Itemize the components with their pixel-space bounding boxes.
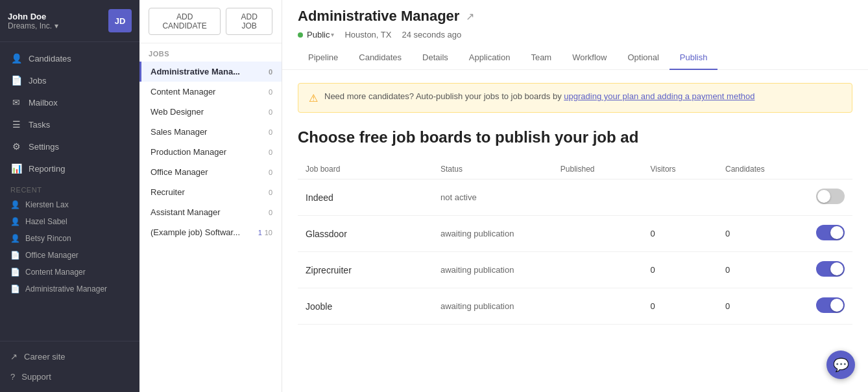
- job-list-item-office-manager[interactable]: Office Manager 0: [139, 162, 282, 182]
- sidebar-item-label: Jobs: [29, 76, 46, 86]
- chat-icon: 💬: [833, 357, 849, 373]
- sidebar-item-label: Candidates: [29, 54, 71, 63]
- job-list-item-content-manager[interactable]: Content Manager 0: [139, 82, 282, 102]
- board-status: awaiting publication: [440, 265, 514, 275]
- board-visitors: 0: [642, 216, 717, 252]
- job-list-item-example-job[interactable]: (Example job) Softwar... 1 10: [139, 222, 282, 242]
- mailbox-icon: ✉: [10, 97, 22, 108]
- sidebar-career-site[interactable]: ↗ Career site: [0, 347, 139, 367]
- sidebar-company[interactable]: Dreams, Inc. ▾: [8, 21, 58, 30]
- job-list-toolbar: ADD CANDIDATE ADD JOB: [139, 0, 282, 43]
- sidebar-recent-admin-mgr[interactable]: 📄 Administrative Manager: [0, 281, 139, 297]
- sidebar-item-reporting[interactable]: 📊 Reporting: [0, 157, 139, 179]
- sidebar-support[interactable]: ? Support: [0, 367, 139, 387]
- tab-application[interactable]: Application: [459, 46, 521, 70]
- warning-icon: ⚠: [309, 92, 318, 104]
- sidebar-item-label: Tasks: [29, 120, 50, 130]
- doc-icon: 📄: [10, 251, 20, 260]
- chat-fab-button[interactable]: 💬: [826, 351, 855, 379]
- col-header-visitors: Visitors: [642, 159, 717, 179]
- doc-icon: 📄: [10, 284, 20, 294]
- job-meta: Public ▾ Houston, TX 24 seconds ago: [298, 30, 852, 46]
- add-job-button[interactable]: ADD JOB: [226, 8, 272, 35]
- main-header: Administrative Manager ↗ Public ▾ Housto…: [282, 0, 868, 70]
- job-list-item-assistant-manager[interactable]: Assistant Manager 0: [139, 202, 282, 222]
- sidebar-item-label: Mailbox: [29, 98, 58, 108]
- tab-team[interactable]: Team: [520, 46, 562, 70]
- table-header: Job board Status Published Visitors Cand…: [298, 159, 852, 179]
- sidebar-item-tasks[interactable]: ☰ Tasks: [0, 113, 139, 135]
- alert-text: Need more candidates? Auto-publish your …: [324, 91, 754, 101]
- board-toggle-indeed[interactable]: [816, 189, 845, 204]
- col-header-board: Job board: [298, 159, 433, 179]
- share-icon[interactable]: ↗: [466, 10, 474, 23]
- job-boards-table: Job board Status Published Visitors Cand…: [298, 159, 852, 325]
- board-toggle-glassdoor[interactable]: [816, 225, 845, 240]
- sidebar-recent-office-mgr[interactable]: 📄 Office Manager: [0, 247, 139, 264]
- sidebar-recent-content-mgr[interactable]: 📄 Content Manager: [0, 264, 139, 281]
- tab-candidates[interactable]: Candidates: [348, 46, 412, 70]
- publish-heading: Choose free job boards to publish your j…: [298, 128, 852, 146]
- board-status: not active: [440, 192, 477, 202]
- tab-details[interactable]: Details: [412, 46, 459, 70]
- add-candidate-button[interactable]: ADD CANDIDATE: [149, 8, 221, 35]
- sidebar-bottom: ↗ Career site ? Support: [0, 341, 139, 392]
- sidebar: John Doe Dreams, Inc. ▾ JD 👤 Candidates …: [0, 0, 139, 392]
- sidebar-item-candidates[interactable]: 👤 Candidates: [0, 47, 139, 69]
- tab-pipeline[interactable]: Pipeline: [298, 46, 348, 70]
- col-header-published: Published: [553, 159, 643, 179]
- col-header-toggle: [793, 159, 852, 179]
- sidebar-item-settings[interactable]: ⚙ Settings: [0, 135, 139, 157]
- job-list-item-admin-manager[interactable]: Administrative Mana... 0: [139, 62, 282, 82]
- sidebar-recent-hazel[interactable]: 👤 Hazel Sabel: [0, 213, 139, 230]
- main-content: Administrative Manager ↗ Public ▾ Housto…: [282, 0, 868, 392]
- board-status: awaiting publication: [440, 229, 514, 238]
- person-icon: 👤: [10, 200, 20, 209]
- chart-icon: 📊: [10, 163, 22, 174]
- person-icon: 👤: [10, 53, 22, 63]
- board-name: Glassdoor: [306, 229, 347, 239]
- board-name: Indeed: [306, 192, 333, 203]
- board-published: [553, 252, 643, 288]
- board-status: awaiting publication: [440, 301, 514, 311]
- job-title-row: Administrative Manager ↗: [298, 8, 852, 25]
- gear-icon: ⚙: [10, 141, 22, 152]
- tab-workflow[interactable]: Workflow: [562, 46, 617, 70]
- sidebar-recent-betsy[interactable]: 👤 Betsy Rincon: [0, 230, 139, 247]
- status-dropdown[interactable]: Public ▾: [298, 30, 334, 40]
- upgrade-link[interactable]: upgrading your plan and adding a payment…: [564, 91, 754, 101]
- sidebar-item-label: Reporting: [29, 164, 65, 174]
- job-list-item-sales-manager[interactable]: Sales Manager 0: [139, 122, 282, 142]
- sidebar-item-jobs[interactable]: 📄 Jobs: [0, 69, 139, 91]
- main-tabs: Pipeline Candidates Details Application …: [298, 46, 852, 69]
- sidebar-recent-kiersten[interactable]: 👤 Kiersten Lax: [0, 196, 139, 213]
- job-list-item-recruiter[interactable]: Recruiter 0: [139, 182, 282, 202]
- job-list-item-web-designer[interactable]: Web Designer 0: [139, 102, 282, 122]
- board-toggle-jooble[interactable]: [816, 297, 845, 313]
- sidebar-item-mailbox[interactable]: ✉ Mailbox: [0, 91, 139, 113]
- job-main-title: Administrative Manager: [298, 8, 459, 25]
- table-row: Indeed not active: [298, 179, 852, 216]
- board-name: Jooble: [306, 301, 332, 312]
- table-row: Jooble awaiting publication 0 0: [298, 288, 852, 325]
- board-toggle-ziprecruiter[interactable]: [816, 261, 845, 277]
- doc-icon: 📄: [10, 268, 20, 277]
- job-timestamp: 24 seconds ago: [402, 30, 461, 40]
- sidebar-user-name: John Doe: [8, 12, 58, 21]
- job-list-item-production-manager[interactable]: Production Manager 0: [139, 142, 282, 162]
- tab-publish[interactable]: Publish: [669, 46, 718, 70]
- board-published: [553, 288, 643, 325]
- sidebar-item-label: Settings: [29, 142, 59, 152]
- board-visitors: [642, 179, 717, 216]
- status-dot: [298, 32, 303, 38]
- avatar: JD: [108, 9, 132, 32]
- col-header-status: Status: [433, 159, 553, 179]
- jobs-icon: 📄: [10, 75, 22, 86]
- tab-optional[interactable]: Optional: [617, 46, 669, 70]
- sidebar-user-info: John Doe Dreams, Inc. ▾: [8, 12, 58, 30]
- job-boards-tbody: Indeed not active Glassdoor awaiting pub…: [298, 179, 852, 325]
- board-published: [553, 179, 643, 216]
- table-row: Ziprecruiter awaiting publication 0 0: [298, 252, 852, 288]
- col-header-candidates: Candidates: [717, 159, 793, 179]
- job-location: Houston, TX: [344, 30, 391, 40]
